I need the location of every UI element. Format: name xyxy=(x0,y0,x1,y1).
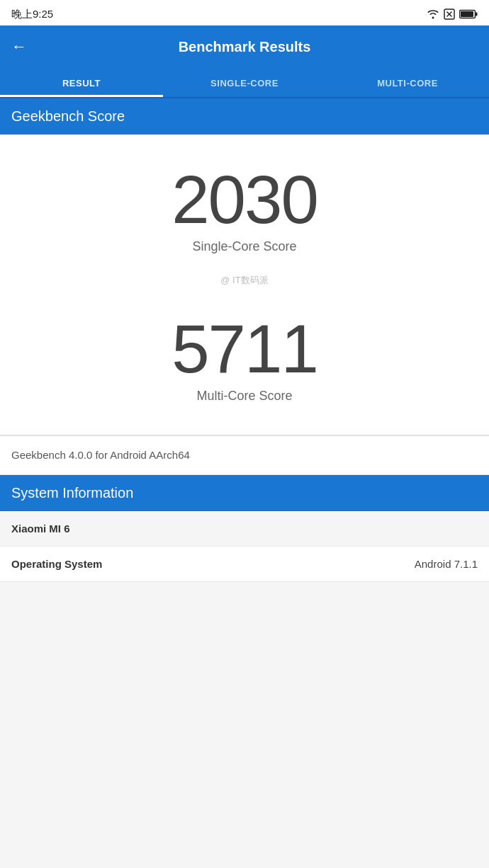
app-bar-title: Benchmark Results xyxy=(38,39,451,55)
app-bar: ← Benchmark Results xyxy=(0,25,489,68)
single-core-value: 2030 xyxy=(172,166,317,234)
geekbench-section-title: Geekbench Score xyxy=(11,108,125,124)
watermark: @ IT数码派 xyxy=(220,268,268,298)
geekbench-section-header: Geekbench Score xyxy=(0,98,489,135)
single-core-label: Single-Core Score xyxy=(192,239,296,254)
back-button[interactable]: ← xyxy=(11,38,27,56)
device-name-value: Xiaomi MI 6 xyxy=(11,522,70,535)
multi-core-label: Multi-Core Score xyxy=(196,389,292,404)
single-core-score-block: 2030 Single-Core Score xyxy=(11,149,478,268)
status-bar: 晚上9:25 xyxy=(0,0,489,25)
multi-core-value: 5711 xyxy=(172,315,317,383)
operating-system-row: Operating System Android 7.1.1 xyxy=(0,547,489,582)
status-time: 晚上9:25 xyxy=(11,8,53,21)
os-label: Operating System xyxy=(11,558,102,570)
system-info-header: System Information xyxy=(0,475,489,511)
svg-rect-5 xyxy=(476,13,478,16)
battery-icon xyxy=(459,9,478,19)
svg-rect-4 xyxy=(461,11,473,17)
multi-core-score-block: 5711 Multi-Core Score xyxy=(11,298,478,418)
device-name-row: Xiaomi MI 6 xyxy=(0,511,489,547)
signal-icon xyxy=(444,8,455,20)
wifi-icon xyxy=(427,9,439,19)
tab-result[interactable]: RESULT xyxy=(0,68,163,97)
tab-multi-core[interactable]: MULTI-CORE xyxy=(326,68,489,97)
tabs-container: RESULT SINGLE-CORE MULTI-CORE xyxy=(0,68,489,98)
system-info-title: System Information xyxy=(11,485,133,501)
footer-info-text: Geekbench 4.0.0 for Android AArch64 xyxy=(11,449,190,461)
status-icons xyxy=(427,8,478,20)
os-value: Android 7.1.1 xyxy=(415,558,478,570)
footer-info: Geekbench 4.0.0 for Android AArch64 xyxy=(0,435,489,474)
tab-single-core[interactable]: SINGLE-CORE xyxy=(163,68,326,97)
scores-container: 2030 Single-Core Score @ IT数码派 5711 Mult… xyxy=(0,135,489,435)
